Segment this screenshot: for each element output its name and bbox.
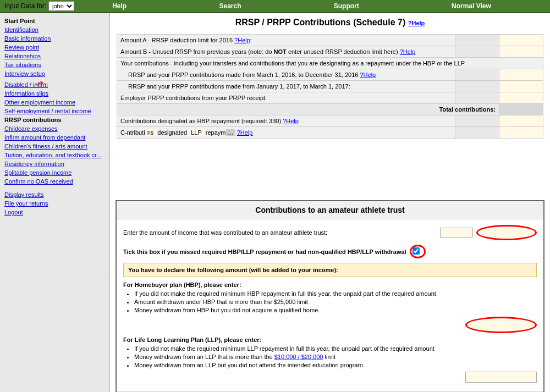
nav-normal-view[interactable]: Normal View xyxy=(452,2,491,10)
contrib-march-input[interactable] xyxy=(503,71,540,78)
contrib-march-help[interactable]: ?Help xyxy=(360,71,376,78)
table-row: Amount B - Unused RRSP from previous yea… xyxy=(117,46,543,58)
sidebar-item-logout[interactable]: Logout xyxy=(2,208,107,217)
list-item: Money withdrawn from HBP but you did not… xyxy=(134,307,537,313)
hbp-repayment-input[interactable] xyxy=(503,118,540,124)
sidebar-item-start-point[interactable]: Start Point xyxy=(2,16,107,25)
amount-b-input[interactable] xyxy=(503,48,540,55)
hbp-repayment-help[interactable]: ?Help xyxy=(283,118,299,124)
table-row: RRSP and your PRPP contributions made fr… xyxy=(117,81,543,92)
list-item: If you did not make the required minimum… xyxy=(134,290,537,297)
sidebar-item-infirm[interactable]: Infirm amount from dependant xyxy=(2,133,107,142)
sidebar-item-childrens[interactable]: Children's fitness / arts amount xyxy=(2,142,107,151)
modal-tick-row: Tick this box if you missed required HBP… xyxy=(123,245,537,258)
user-select[interactable]: john xyxy=(48,1,74,11)
list-item: Money withdrawn from an LLP that is more… xyxy=(134,354,537,360)
llp-repayment-help[interactable]: ?Help xyxy=(237,129,253,136)
llp-header: For Life Long Learning Plan (LLP), pleas… xyxy=(123,336,537,343)
employer-prpp-input[interactable] xyxy=(503,95,540,101)
declare-text: You have to declare the following amount… xyxy=(128,267,338,273)
list-item: Money withdrawn from an LLP but you did … xyxy=(134,362,537,368)
tick-label: Tick this box if you missed required HBP… xyxy=(123,249,406,255)
table-row: RRSP and your PRPP contributions made fr… xyxy=(117,69,543,81)
sidebar-item-disabled[interactable]: Disabled / infirm xyxy=(2,80,107,89)
sidebar-item-display-results[interactable]: Display results xyxy=(2,190,107,199)
declare-box: You have to declare the following amount… xyxy=(123,263,537,277)
amount-b-help[interactable]: ?Help xyxy=(400,48,416,55)
table-row: Employer PRPP contributions from your PR… xyxy=(117,92,543,104)
rrsp-form-table: Amount A - RRSP deduction limit for 2016… xyxy=(117,34,543,139)
sidebar-item-tax-situations[interactable]: Tax situations xyxy=(2,60,107,69)
table-row: Your contributions - including your tran… xyxy=(117,58,543,69)
input-data-label: Input Data for: xyxy=(4,2,46,10)
nav-help[interactable]: Help xyxy=(112,2,127,10)
sidebar-item-childcare[interactable]: Childcare expenses xyxy=(2,124,107,133)
table-row: Contributions designated as HBP repaymen… xyxy=(117,115,543,127)
sidebar-item-identification[interactable]: Identification xyxy=(2,25,107,34)
nav-search[interactable]: Search xyxy=(219,2,241,10)
top-bar: Input Data for: john Help Search Support… xyxy=(0,0,550,13)
amount-a-input[interactable] xyxy=(503,37,540,43)
sidebar-item-tuition[interactable]: Tuition, education, and textbook cr... xyxy=(2,151,107,159)
hbp-amount-input[interactable] xyxy=(465,317,537,333)
list-item: Amount withdrawn under HBP that is more … xyxy=(134,299,537,305)
sidebar-item-basic-info[interactable]: Basic information xyxy=(2,34,107,43)
sidebar-item-review-point[interactable]: Review point xyxy=(2,43,107,52)
sidebar-item-info-slips[interactable]: Information slips xyxy=(2,89,107,98)
sidebar-item-residency[interactable]: Residency information xyxy=(2,159,107,168)
input-data-section: Input Data for: john xyxy=(4,1,74,11)
list-item: If you did not make the required minimum… xyxy=(134,345,537,352)
hbp-bullet-list: If you did not make the required minimum… xyxy=(134,290,537,313)
hbp-header: For Homebuyer plan (HBP), please enter: xyxy=(123,281,537,288)
modal-athlete-trust: Contributions to an amateur athlete trus… xyxy=(116,200,544,392)
table-row-total: Total contributions: xyxy=(117,104,543,115)
amount-a-help[interactable]: ?Help xyxy=(234,37,250,43)
modal-title: Contributions to an amateur athlete trus… xyxy=(117,201,543,219)
sidebar-item-no-oas[interactable]: Confirm no OAS received xyxy=(2,177,107,186)
table-row: C-ntributins designated LLP repaym... ?H… xyxy=(117,127,543,139)
modal-income-input[interactable] xyxy=(476,225,537,240)
hbp-section: For Homebuyer plan (HBP), please enter: … xyxy=(123,281,537,313)
modal-body: Enter the amount of income that was cont… xyxy=(117,219,543,391)
table-row: Amount A - RRSP deduction limit for 2016… xyxy=(117,35,543,46)
hbp-llp-checkbox[interactable] xyxy=(413,247,420,255)
sidebar: Start Point Identification Basic informa… xyxy=(0,13,110,392)
sidebar-item-relationships[interactable]: Relationships xyxy=(2,52,107,60)
llp-limit-link[interactable]: $10,000 / $20,000 xyxy=(274,354,323,360)
title-help-link[interactable]: ?Help xyxy=(408,20,425,26)
modal-income-left-input[interactable] xyxy=(440,228,473,238)
modal-income-row: Enter the amount of income that was cont… xyxy=(123,225,537,240)
nav-support[interactable]: Support xyxy=(334,2,359,10)
sidebar-item-interview-setup[interactable]: Interview setup xyxy=(2,69,107,78)
sidebar-item-file-returns[interactable]: File your returns xyxy=(2,199,107,208)
llp-section: For Life Long Learning Plan (LLP), pleas… xyxy=(123,336,537,368)
sidebar-item-pension[interactable]: Splitable pension income xyxy=(2,168,107,177)
contrib-jan-input[interactable] xyxy=(503,83,540,90)
sidebar-item-other-employment[interactable]: Other employment income xyxy=(2,98,107,107)
main-content: RRSP / PRPP Contributions (Schedule 7) ?… xyxy=(110,13,550,392)
llp-bullet-list: If you did not make the required minimum… xyxy=(134,345,537,368)
sidebar-item-self-employment[interactable]: Self-employment / rental income xyxy=(2,107,107,115)
page-title: RRSP / PRPP Contributions (Schedule 7) ?… xyxy=(117,18,543,27)
llp-amount-input[interactable] xyxy=(465,372,537,383)
sidebar-item-rrsp[interactable]: RRSP contributions xyxy=(2,115,107,124)
modal-income-label: Enter the amount of income that was cont… xyxy=(123,229,437,236)
llp-repayment-input[interactable] xyxy=(503,129,540,136)
